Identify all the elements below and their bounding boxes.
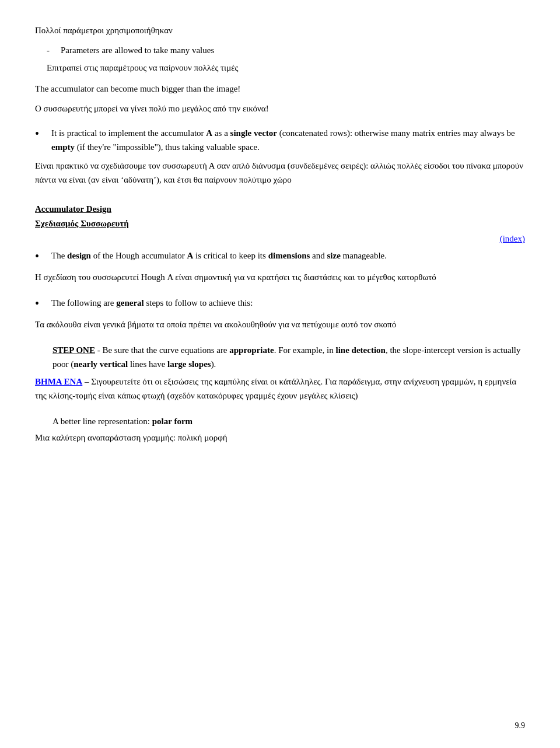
bullet-1: • It is practical to implement the accum… [35, 126, 525, 154]
bullet-dot-2: • [35, 247, 49, 265]
dash1-greek: Επιτραπεί στις παραμέτρους να παίρνουν π… [47, 61, 525, 75]
accumulator-line-greek: Ο συσσωρευτής μπορεί να γίνει πολύ πιο μ… [35, 102, 525, 116]
bullet-3-content: The following are general steps to follo… [51, 296, 525, 310]
bullet-dot-1: • [35, 124, 49, 143]
bullet-1-content: It is practical to implement the accumul… [51, 126, 525, 154]
section-heading: Accumulator Design [35, 204, 525, 214]
bullet-2-content: The design of the Hough accumulator A is… [51, 249, 525, 263]
dash-1: - [47, 43, 58, 57]
better-line-greek: Μια καλύτερη αναπαράσταση γραμμής: πολικ… [35, 431, 525, 445]
bullet-2-greek: Η σχεδίαση του συσσωρευτεί Hough Α είναι… [35, 270, 525, 284]
index-row: (index) [35, 234, 525, 244]
bullet-1-greek: Είναι πρακτικό να σχεδιάσουμε τον συσσωρ… [35, 159, 525, 187]
bullet-3-greek: Τα ακόλουθα είναι γενικά βήματα τα οποία… [35, 317, 525, 331]
bullet-3: • The following are general steps to fol… [35, 296, 525, 313]
step-one-en: STEP ONE - Be sure that the curve equati… [52, 343, 525, 371]
bullet-2: • The design of the Hough accumulator A … [35, 249, 525, 265]
line1: Πολλοί παράμετροι χρησιμοποιήθηκαν [35, 23, 525, 37]
better-line: A better line representation: polar form [52, 414, 525, 428]
bhma-ena: ΒΗΜΑ ΕΝΑ – Σιγουρευτείτε ότι οι εξισώσει… [35, 375, 525, 403]
dash-item-1: - Parameters are allowed to take many va… [47, 43, 525, 57]
heading-en: Accumulator Design [35, 204, 111, 214]
accumulator-line: The accumulator can become much bigger t… [35, 82, 525, 96]
page-number: 9.9 [515, 721, 526, 730]
bullet-dot-3: • [35, 294, 49, 313]
heading-greek: Σχεδιασμός Συσσωρευτή [35, 216, 525, 230]
step-one-label: STEP ONE [52, 345, 95, 355]
index-link[interactable]: (index) [500, 234, 525, 244]
bhma-label: ΒΗΜΑ ΕΝΑ [35, 377, 82, 386]
dash1-text: Parameters are allowed to take many valu… [61, 43, 214, 57]
